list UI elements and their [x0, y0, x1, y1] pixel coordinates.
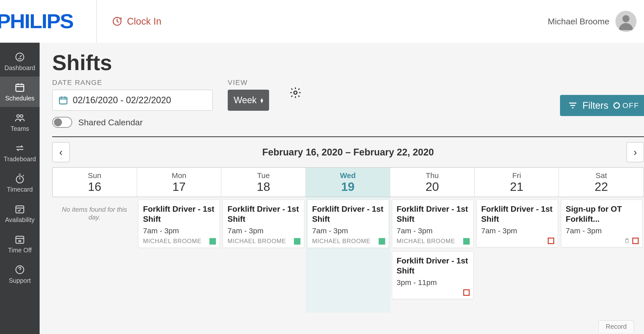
chevron-right-icon: › — [633, 147, 637, 158]
sidebar-item-timecard[interactable]: Timecard — [0, 168, 40, 198]
sidebar-item-tradeboard[interactable]: Tradeboard — [0, 137, 40, 168]
day-header-wed[interactable]: Wed19 — [306, 168, 390, 197]
day-column: Forklift Driver - 1st Shift7am - 3pmMICH… — [390, 197, 475, 313]
calendar-nav: ‹ February 16, 2020 – February 22, 2020 … — [52, 137, 644, 167]
brand-logo: PHILIPS — [0, 10, 73, 33]
day-of-week: Sun — [53, 171, 137, 180]
calendar: ‹ February 16, 2020 – February 22, 2020 … — [52, 136, 644, 313]
filters-button[interactable]: Filters OFF — [560, 95, 644, 116]
sidebar-item-label: Tradeboard — [4, 155, 36, 163]
day-header-fri[interactable]: Fri21 — [475, 168, 559, 197]
chevron-left-icon: ‹ — [59, 147, 62, 158]
shift-title: Sign-up for OT Forklift... — [566, 204, 638, 224]
shift-card[interactable]: Forklift Driver - 1st Shift7am - 3pmMICH… — [307, 200, 389, 248]
settings-button[interactable] — [289, 86, 302, 99]
day-column: Forklift Driver - 1st Shift7am - 3pmMICH… — [221, 197, 306, 313]
shift-person: MICHAEL BROOME — [227, 238, 299, 245]
prev-week-button[interactable]: ‹ — [52, 142, 70, 162]
toggle-knob — [54, 118, 62, 126]
svg-point-5 — [17, 115, 20, 118]
cal-x-icon — [15, 234, 25, 245]
day-number: 18 — [221, 180, 305, 194]
day-number: 21 — [475, 180, 559, 194]
status-indicator-green — [209, 238, 216, 245]
gauge-icon — [15, 52, 25, 62]
sidebar-item-label: Dashboard — [5, 64, 35, 72]
shift-time: 7am - 3pm — [312, 227, 384, 235]
header-user-area: Michael Broome — [548, 11, 636, 32]
shared-calendar-row: Shared Calendar — [52, 117, 644, 128]
sidebar-item-teams[interactable]: Teams — [0, 107, 40, 137]
sidebar-item-availability[interactable]: Availability — [0, 198, 40, 229]
shift-person: MICHAEL BROOME — [312, 238, 384, 245]
filters-label: Filters — [583, 100, 608, 111]
status-indicator-red — [463, 289, 470, 296]
day-column: Sign-up for OT Forklift...7am - 3pm — [559, 197, 644, 313]
shift-time: 7am - 3pm — [397, 227, 469, 235]
date-range-group: DATE RANGE 02/16/2020 - 02/22/2020 — [52, 79, 213, 111]
filters-state: OFF — [622, 101, 639, 110]
shift-title: Forklift Driver - 1st Shift — [397, 204, 469, 224]
record-tab[interactable]: Record — [598, 320, 634, 332]
sidebar-item-label: Schedules — [5, 95, 35, 102]
calendar-icon — [15, 82, 25, 93]
filters-state-badge: OFF — [613, 101, 639, 110]
filter-icon — [568, 101, 578, 110]
swap-icon — [15, 143, 25, 153]
day-header-tue[interactable]: Tue18 — [221, 168, 306, 197]
app-header: PHILIPS Clock In Michael Broome — [0, 0, 644, 43]
shift-card[interactable]: Forklift Driver - 1st Shift7am - 3pmMICH… — [138, 200, 220, 248]
avatar[interactable] — [615, 11, 636, 32]
date-range-label: DATE RANGE — [52, 79, 213, 87]
day-header-thu[interactable]: Thu20 — [390, 168, 475, 197]
clock-in-button[interactable]: Clock In — [96, 0, 161, 43]
select-arrows-icon: ▴▾ — [261, 98, 263, 103]
view-value: Week — [234, 95, 257, 105]
sidebar-item-timeoff[interactable]: Time Off — [0, 229, 40, 259]
sidebar-item-support[interactable]: Support — [0, 259, 40, 289]
shift-time: 7am - 3pm — [227, 227, 299, 235]
shift-card[interactable]: Forklift Driver - 1st Shift7am - 3pm — [476, 200, 558, 247]
shift-card[interactable]: Forklift Driver - 1st Shift7am - 3pmMICH… — [223, 200, 304, 248]
svg-point-2 — [622, 15, 629, 22]
sidebar-item-label: Availability — [5, 216, 35, 224]
shift-card[interactable]: Forklift Driver - 1st Shift3pm - 11pm — [392, 251, 473, 299]
day-of-week: Tue — [221, 171, 305, 180]
day-number: 22 — [559, 180, 643, 194]
status-indicator-green — [463, 238, 470, 245]
view-select[interactable]: Week ▴▾ — [228, 90, 269, 111]
circle-icon — [613, 102, 620, 109]
sidebar-item-label: Support — [9, 277, 31, 284]
user-name: Michael Broome — [548, 17, 609, 26]
day-column: No items found for this day. — [52, 197, 137, 313]
shift-title: Forklift Driver - 1st Shift — [481, 204, 553, 224]
page-title: Shifts — [52, 50, 644, 75]
shift-title: Forklift Driver - 1st Shift — [143, 204, 215, 224]
calendar-icon — [58, 95, 68, 105]
day-header-mon[interactable]: Mon17 — [137, 168, 222, 197]
day-number: 17 — [137, 180, 221, 194]
svg-rect-4 — [16, 84, 24, 91]
view-group: VIEW Week ▴▾ — [228, 79, 269, 111]
sidebar-item-label: Teams — [11, 125, 29, 132]
people-icon — [15, 113, 25, 123]
sidebar-item-dashboard[interactable]: Dashboard — [0, 46, 40, 77]
shift-card[interactable]: Sign-up for OT Forklift...7am - 3pm — [561, 200, 642, 247]
date-range-input[interactable]: 02/16/2020 - 02/22/2020 — [52, 90, 213, 111]
day-of-week: Wed — [306, 171, 390, 180]
shift-person: MICHAEL BROOME — [143, 238, 215, 245]
shift-time: 7am - 3pm — [566, 227, 638, 235]
shift-title: Forklift Driver - 1st Shift — [227, 204, 299, 224]
day-column: Forklift Driver - 1st Shift7am - 3pm — [475, 197, 559, 313]
sidebar-item-schedules[interactable]: Schedules — [0, 77, 40, 107]
day-column: Forklift Driver - 1st Shift7am - 3pmMICH… — [137, 197, 221, 313]
shared-calendar-toggle[interactable] — [52, 117, 72, 128]
shift-time: 7am - 3pm — [143, 227, 215, 235]
shift-time: 7am - 3pm — [481, 227, 553, 235]
next-week-button[interactable]: › — [626, 142, 644, 162]
day-column: Forklift Driver - 1st Shift7am - 3pmMICH… — [306, 197, 390, 313]
day-header-sat[interactable]: Sat22 — [559, 168, 643, 197]
day-header-sun[interactable]: Sun16 — [53, 168, 137, 197]
svg-rect-8 — [16, 206, 24, 213]
shift-card[interactable]: Forklift Driver - 1st Shift7am - 3pmMICH… — [392, 200, 473, 248]
